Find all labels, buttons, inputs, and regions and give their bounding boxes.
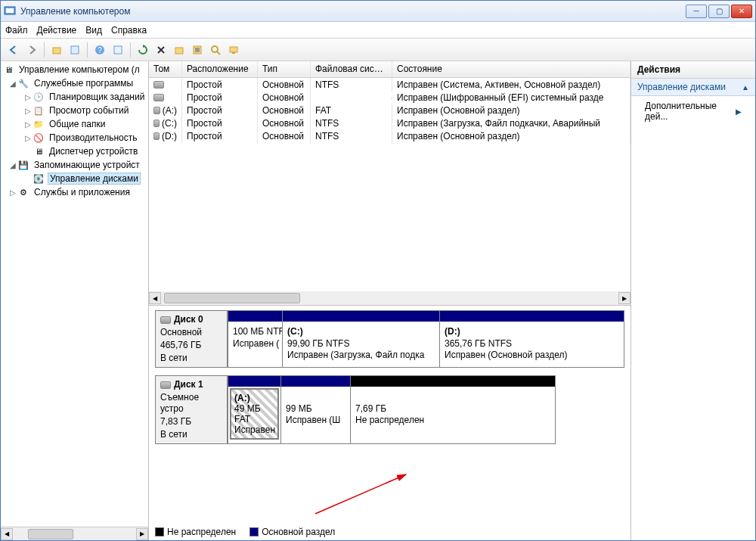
services-icon: ⚙ bbox=[17, 186, 29, 198]
svg-line-11 bbox=[217, 51, 220, 54]
delete-button[interactable] bbox=[153, 42, 169, 58]
computer-icon: 🖥 bbox=[2, 64, 14, 76]
disk-0-block[interactable]: Диск 0 Основной 465,76 ГБ В сети 100 МБ … bbox=[155, 310, 624, 368]
partition[interactable]: (C:)99,90 ГБ NTFSИсправен (Загрузка, Фай… bbox=[282, 311, 439, 367]
tree-item-shared[interactable]: ▷📁Общие папки bbox=[1, 117, 148, 131]
event-icon: 📋 bbox=[33, 104, 45, 117]
collapse-icon[interactable]: ◢ bbox=[8, 161, 17, 169]
disk-0-info: Диск 0 Основной 465,76 ГБ В сети bbox=[155, 310, 228, 368]
menubar: Файл Действие Вид Справка bbox=[1, 22, 755, 39]
svg-line-14 bbox=[315, 474, 406, 514]
tool-folder-icon[interactable] bbox=[171, 42, 187, 58]
disk-status: В сети bbox=[160, 353, 222, 364]
options-button[interactable] bbox=[110, 42, 126, 58]
menu-view[interactable]: Вид bbox=[85, 25, 102, 36]
tree-pane: 🖥 Управление компьютером (л ◢ 🔧 Служебны… bbox=[1, 61, 149, 540]
menu-file[interactable]: Файл bbox=[5, 25, 28, 36]
volume-icon bbox=[153, 94, 164, 101]
nav-tree[interactable]: 🖥 Управление компьютером (л ◢ 🔧 Служебны… bbox=[1, 61, 148, 527]
maximize-button[interactable]: ▢ bbox=[708, 5, 730, 18]
volume-hscrollbar[interactable]: ◀ ▶ bbox=[149, 291, 631, 305]
expand-icon[interactable]: ▷ bbox=[8, 188, 17, 197]
tool-search-icon[interactable] bbox=[207, 42, 224, 58]
forward-button[interactable] bbox=[23, 42, 40, 58]
tree-item-scheduler[interactable]: ▷🕒Планировщик заданий bbox=[1, 90, 148, 104]
svg-rect-6 bbox=[114, 46, 122, 54]
actions-title: Действия bbox=[631, 61, 755, 79]
disk-icon bbox=[160, 316, 171, 324]
storage-icon: 💾 bbox=[17, 159, 29, 171]
annotation-arrow bbox=[308, 468, 421, 521]
menu-help[interactable]: Справка bbox=[111, 25, 147, 36]
expand-icon[interactable]: ▷ bbox=[23, 107, 33, 115]
volume-row[interactable]: ПростойОсновнойИсправен (Шифрованный (EF… bbox=[149, 91, 631, 104]
partition[interactable]: 100 МБ NTFИсправен ( bbox=[228, 311, 282, 367]
disk-size: 7,83 ГБ bbox=[160, 416, 222, 428]
scroll-right-button[interactable]: ▶ bbox=[136, 528, 148, 540]
tool-computer-icon[interactable] bbox=[225, 42, 242, 58]
svg-rect-13 bbox=[232, 52, 235, 54]
volume-fs: NTFS bbox=[311, 129, 392, 144]
col-header-layout[interactable]: Расположение bbox=[182, 61, 258, 77]
window-title: Управление компьютером bbox=[20, 6, 686, 17]
volume-row[interactable]: (A:)ПростойОсновнойFATИсправен (Основной… bbox=[149, 104, 631, 117]
volume-icon bbox=[153, 107, 160, 114]
device-icon: 🖥 bbox=[33, 145, 45, 157]
volume-row[interactable]: (D:)ПростойОсновнойNTFSИсправен (Основно… bbox=[149, 129, 631, 142]
tree-group-system-tools[interactable]: ◢ 🔧 Служебные программы bbox=[1, 76, 148, 90]
col-header-fs[interactable]: Файловая система bbox=[311, 61, 392, 77]
volume-type: Основной bbox=[258, 129, 311, 144]
tree-hscrollbar[interactable]: ◀ ▶ bbox=[1, 527, 148, 540]
volume-icon bbox=[153, 120, 160, 127]
scroll-thumb[interactable] bbox=[28, 529, 73, 539]
actions-section-diskmgmt[interactable]: Управление дисками ▲ bbox=[631, 79, 755, 96]
back-button[interactable] bbox=[5, 42, 22, 58]
help-button[interactable]: ? bbox=[91, 42, 108, 58]
col-header-status[interactable]: Состояние bbox=[392, 61, 631, 77]
tree-item-perf[interactable]: ▷🚫Производительность bbox=[1, 131, 148, 145]
expand-icon[interactable]: ▷ bbox=[23, 120, 33, 129]
tree-item-diskmgmt[interactable]: 💽Управление дисками bbox=[1, 172, 148, 185]
volume-row[interactable]: ПростойОсновнойNTFSИсправен (Система, Ак… bbox=[149, 78, 631, 91]
collapse-icon[interactable]: ◢ bbox=[8, 79, 17, 88]
disk-name: Диск 0 bbox=[174, 314, 203, 325]
menu-action[interactable]: Действие bbox=[37, 25, 77, 36]
tree-group-storage[interactable]: ◢💾Запоминающие устройст bbox=[1, 158, 148, 172]
partition[interactable]: 99 МБИсправен (Ш bbox=[280, 376, 350, 443]
volume-row[interactable]: (C:)ПростойОсновнойNTFSИсправен (Загрузк… bbox=[149, 117, 631, 129]
tree-item-devmgr[interactable]: 🖥Диспетчер устройств bbox=[1, 145, 148, 158]
volume-icon bbox=[153, 132, 160, 140]
svg-rect-1 bbox=[6, 8, 14, 13]
partition[interactable]: 7,69 ГБНе распределен bbox=[350, 376, 555, 443]
disk-graphical-view: Диск 0 Основной 465,76 ГБ В сети 100 МБ … bbox=[149, 306, 631, 540]
tree-root[interactable]: 🖥 Управление компьютером (л bbox=[1, 63, 148, 76]
expand-icon[interactable]: ▷ bbox=[23, 134, 33, 142]
toolbar: ? bbox=[1, 39, 755, 61]
disk-1-block[interactable]: Диск 1 Съемное устро 7,83 ГБ В сети (A:)… bbox=[155, 375, 556, 444]
scroll-right-button[interactable]: ▶ bbox=[618, 292, 631, 304]
partition[interactable]: (A:)49 МБ FATИсправен bbox=[228, 376, 280, 443]
volume-letter: (C:) bbox=[162, 118, 177, 129]
col-header-volume[interactable]: Том bbox=[149, 61, 182, 77]
scroll-left-button[interactable]: ◀ bbox=[1, 528, 13, 540]
volume-layout: Простой bbox=[182, 129, 258, 144]
volume-list: Том Расположение Тип Файловая система Со… bbox=[149, 61, 631, 306]
disk-kind: Основной bbox=[160, 327, 222, 338]
scroll-left-button[interactable]: ◀ bbox=[149, 292, 161, 304]
col-header-type[interactable]: Тип bbox=[258, 61, 311, 77]
scroll-thumb[interactable] bbox=[164, 293, 300, 303]
properties-button[interactable] bbox=[67, 42, 83, 58]
svg-rect-12 bbox=[230, 47, 237, 52]
up-button[interactable] bbox=[48, 42, 65, 58]
disk-icon: 💽 bbox=[33, 173, 45, 185]
partition[interactable]: (D:)365,76 ГБ NTFSИсправен (Основной раз… bbox=[439, 311, 624, 367]
close-button[interactable]: ✕ bbox=[731, 5, 752, 18]
tree-group-services[interactable]: ▷⚙Службы и приложения bbox=[1, 185, 148, 199]
actions-more[interactable]: Дополнительные дей... ▶ bbox=[631, 96, 755, 126]
expand-icon[interactable]: ▷ bbox=[23, 93, 33, 101]
tool-settings-icon[interactable] bbox=[189, 42, 206, 58]
volume-fs: NTFS bbox=[311, 78, 392, 92]
refresh-button[interactable] bbox=[135, 42, 151, 58]
minimize-button[interactable]: ─ bbox=[686, 5, 707, 18]
tree-item-events[interactable]: ▷📋Просмотр событий bbox=[1, 104, 148, 117]
